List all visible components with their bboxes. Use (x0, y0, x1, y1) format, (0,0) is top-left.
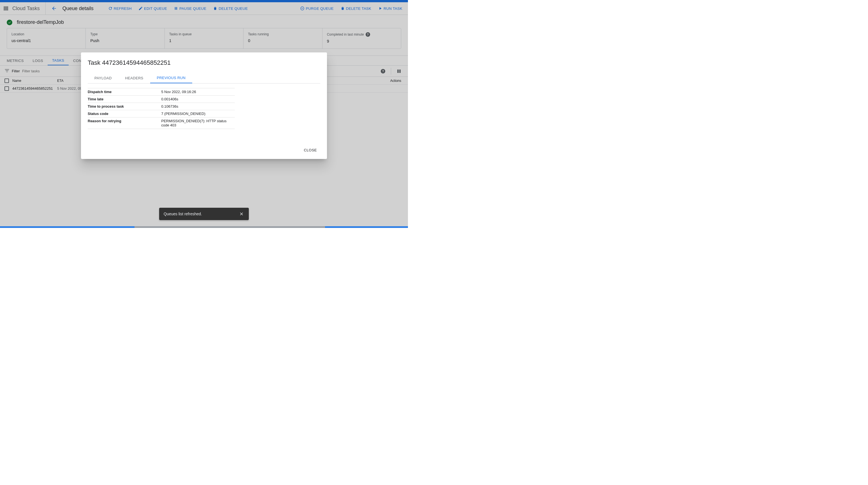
snackbar: Queues list refreshed. (159, 208, 249, 220)
kv-key: Reason for retrying (88, 119, 161, 127)
dialog-title: Task 44723614594465852251 (88, 59, 320, 66)
kv-val: 0.001406s (161, 97, 235, 101)
close-button[interactable]: CLOSE (300, 146, 320, 154)
snackbar-close-icon[interactable] (237, 209, 247, 219)
kv-key: Time late (88, 97, 161, 101)
dialog-tab-payload[interactable]: PAYLOAD (88, 73, 119, 83)
task-dialog: Task 44723614594465852251 PAYLOAD HEADER… (81, 53, 327, 159)
scrollbar-thumb[interactable] (134, 226, 325, 228)
dialog-tab-previous-run[interactable]: PREVIOUS RUN (150, 73, 192, 83)
previous-run-table: Dispatch time5 Nov 2022, 09:16:26 Time l… (88, 88, 235, 129)
kv-val: 0.106736s (161, 104, 235, 109)
kv-key: Dispatch time (88, 90, 161, 94)
modal-overlay[interactable]: Task 44723614594465852251 PAYLOAD HEADER… (0, 0, 408, 228)
kv-key: Time to process task (88, 104, 161, 109)
dialog-tab-headers[interactable]: HEADERS (119, 73, 150, 83)
dialog-tabs: PAYLOAD HEADERS PREVIOUS RUN (88, 73, 320, 84)
kv-val: 5 Nov 2022, 09:16:26 (161, 90, 235, 94)
snackbar-message: Queues list refreshed. (164, 212, 237, 216)
kv-key: Status code (88, 112, 161, 116)
kv-val: 7 (PERMISSION_DENIED) (161, 112, 235, 116)
kv-val: PERMISSION_DENIED(7): HTTP status code 4… (161, 119, 235, 127)
